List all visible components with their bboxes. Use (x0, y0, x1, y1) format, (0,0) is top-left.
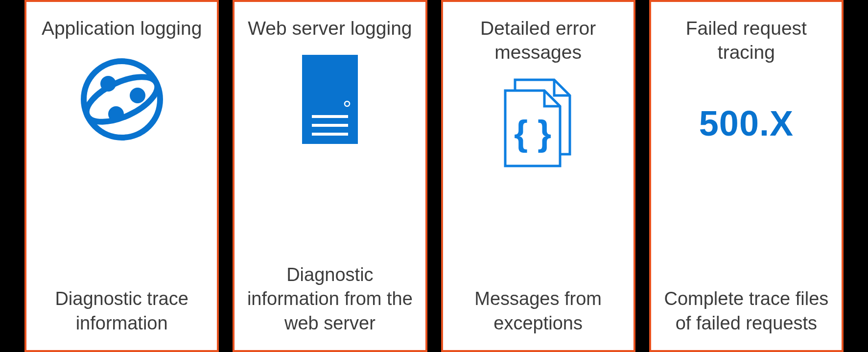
svg-rect-5 (302, 55, 358, 144)
card-description: Complete trace files of failed requests (661, 248, 832, 335)
card-description: Diagnostic information from the web serv… (244, 224, 415, 335)
svg-text:{ }: { } (514, 114, 551, 153)
card-detailed-error-messages: Detailed error messages { } Messages fro… (441, 0, 635, 352)
card-failed-request-tracing: Failed request tracing 500.X Complete tr… (649, 0, 844, 352)
svg-point-2 (100, 76, 116, 92)
card-description: Diagnostic trace information (36, 248, 207, 335)
svg-point-3 (130, 88, 145, 103)
error-code-value: 500.X (699, 103, 794, 143)
card-description: Messages from exceptions (453, 248, 624, 335)
globe-network-icon (78, 50, 166, 148)
card-title: Failed request tracing (661, 17, 832, 65)
svg-point-4 (108, 106, 124, 122)
server-icon (298, 50, 362, 148)
card-title: Detailed error messages (453, 17, 624, 65)
card-web-server-logging: Web server logging Diagnostic informatio… (233, 0, 427, 352)
code-document-icon: { } (496, 74, 580, 172)
card-application-logging: Application logging Diagnostic trace inf… (24, 0, 219, 352)
error-code-text: 500.X (699, 74, 794, 172)
card-title: Application logging (42, 17, 202, 41)
card-title: Web server logging (248, 17, 412, 41)
